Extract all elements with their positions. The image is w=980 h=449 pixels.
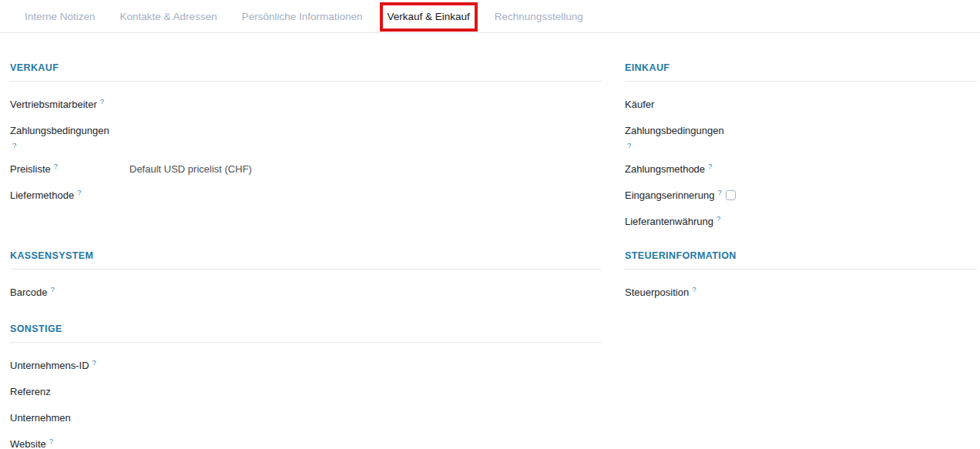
- section-einkauf-title: EINKAUF: [625, 58, 977, 82]
- left-column: VERKAUF Vertriebsmitarbeiter? Zahlungsbe…: [10, 33, 602, 449]
- help-icon[interactable]: ?: [92, 358, 96, 367]
- help-icon[interactable]: ?: [49, 437, 53, 445]
- field-row-lieferantenwaehrung: Lieferantenwährung?: [625, 214, 977, 230]
- field-row-steuerposition: Steuerposition?: [625, 285, 977, 300]
- field-row-unternehmens-id: Unternehmens-ID?: [10, 358, 602, 374]
- zahlungsbedingungen-einkauf-value[interactable]: [744, 123, 977, 139]
- zahlungsmethode-label: Zahlungsmethode: [625, 163, 705, 175]
- section-sonstige: SONSTIGE Unternehmens-ID? Referenz: [10, 319, 602, 449]
- lieferantenwaehrung-value[interactable]: [724, 214, 977, 230]
- steuerposition-label: Steuerposition: [625, 286, 689, 298]
- kaeufer-label: Käufer: [625, 99, 654, 110]
- help-icon[interactable]: ?: [50, 285, 54, 293]
- field-row-zahlungsbedingungen: Zahlungsbedingungen?: [10, 123, 602, 151]
- section-kassensystem-title: KASSENSYSTEM: [10, 246, 602, 270]
- help-icon[interactable]: ?: [77, 188, 81, 196]
- kaeufer-value[interactable]: [744, 97, 977, 112]
- field-row-zahlungsbedingungen-einkauf: Zahlungsbedingungen?: [625, 123, 977, 151]
- tab-rechnungsstellung[interactable]: Rechnungsstellung: [482, 0, 596, 32]
- referenz-value[interactable]: [129, 384, 602, 400]
- steuerposition-value[interactable]: [744, 285, 977, 300]
- unternehmens-id-label: Unternehmens-ID: [10, 360, 89, 371]
- field-row-unternehmen: Unternehmen: [10, 410, 602, 426]
- tab-verkauf-einkauf-label: Verkauf & Einkauf: [388, 11, 470, 22]
- section-steuerinformation-title: STEUERINFORMATION: [625, 246, 977, 270]
- section-verkauf-title: VERKAUF: [10, 58, 602, 82]
- field-row-barcode: Barcode?: [10, 285, 602, 300]
- help-icon[interactable]: ?: [627, 140, 740, 151]
- help-icon[interactable]: ?: [100, 97, 104, 106]
- section-steuerinformation: STEUERINFORMATION Steuerposition?: [625, 246, 977, 311]
- section-kassensystem: KASSENSYSTEM Barcode?: [10, 246, 602, 319]
- tab-verkauf-einkauf[interactable]: Verkauf & Einkauf: [375, 0, 482, 32]
- help-icon[interactable]: ?: [717, 214, 720, 223]
- zahlungsbedingungen-label: Zahlungsbedingungen: [10, 125, 109, 136]
- section-einkauf: EINKAUF Käufer Zahlungsbedingungen?: [625, 58, 977, 246]
- referenz-label: Referenz: [10, 386, 51, 397]
- preisliste-label: Preisliste: [10, 163, 51, 175]
- field-row-referenz: Referenz: [10, 384, 602, 400]
- liefermethode-label: Liefermethode: [10, 189, 74, 201]
- zahlungsbedingungen-value[interactable]: [129, 123, 602, 139]
- preisliste-value[interactable]: Default USD pricelist (CHF): [129, 162, 602, 177]
- vertriebsmitarbeiter-value[interactable]: [129, 97, 602, 112]
- tab-interne-notizen[interactable]: Interne Notizen: [12, 0, 108, 32]
- website-value[interactable]: [129, 437, 602, 449]
- field-row-liefermethode: Liefermethode?: [10, 188, 602, 203]
- field-row-kaeufer: Käufer: [625, 97, 977, 112]
- help-icon[interactable]: ?: [717, 188, 721, 196]
- barcode-value[interactable]: [129, 285, 602, 300]
- zahlungsbedingungen-einkauf-label: Zahlungsbedingungen: [625, 125, 724, 136]
- verkauf-einkauf-tab-content: VERKAUF Vertriebsmitarbeiter? Zahlungsbe…: [0, 33, 980, 449]
- column-gap: [602, 33, 625, 449]
- vertriebsmitarbeiter-label: Vertriebsmitarbeiter: [10, 99, 97, 110]
- lieferantenwaehrung-label: Lieferantenwährung: [625, 216, 713, 227]
- field-row-zahlungsmethode: Zahlungsmethode?: [625, 162, 977, 177]
- right-column: EINKAUF Käufer Zahlungsbedingungen?: [625, 33, 977, 449]
- notebook-tabbar: Interne Notizen Kontakte & Adressen Pers…: [0, 0, 980, 33]
- field-row-preisliste: Preisliste? Default USD pricelist (CHF): [10, 162, 602, 177]
- tab-kontakte-adressen[interactable]: Kontakte & Adressen: [108, 0, 230, 32]
- unternehmens-id-value[interactable]: [100, 358, 602, 374]
- field-row-eingangserinnerung: Eingangserinnerung?: [625, 188, 977, 203]
- zahlungsmethode-value[interactable]: [744, 162, 977, 177]
- barcode-label: Barcode: [10, 286, 47, 298]
- section-verkauf: VERKAUF Vertriebsmitarbeiter? Zahlungsbe…: [10, 58, 602, 246]
- field-row-vertriebsmitarbeiter: Vertriebsmitarbeiter?: [10, 97, 602, 112]
- help-icon[interactable]: ?: [54, 162, 58, 170]
- field-row-website: Website?: [10, 437, 602, 449]
- help-icon[interactable]: ?: [12, 140, 126, 151]
- eingangserinnerung-label: Eingangserinnerung: [625, 189, 714, 201]
- unternehmen-value[interactable]: [129, 410, 602, 426]
- unternehmen-label: Unternehmen: [10, 412, 71, 424]
- tab-persoenliche-informationen[interactable]: Persönliche Informationen: [230, 0, 375, 32]
- help-icon[interactable]: ?: [708, 162, 712, 170]
- section-sonstige-title: SONSTIGE: [10, 319, 602, 343]
- help-icon[interactable]: ?: [692, 285, 696, 293]
- website-label: Website: [10, 438, 46, 449]
- liefermethode-value[interactable]: [129, 188, 602, 203]
- eingangserinnerung-checkbox[interactable]: [726, 190, 736, 200]
